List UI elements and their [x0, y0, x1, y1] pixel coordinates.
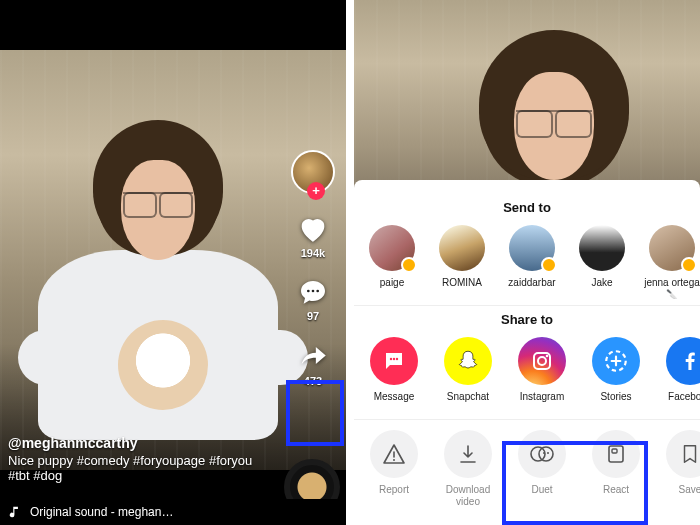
comment-button[interactable]: 97 [297, 277, 329, 322]
action-report[interactable]: Report [364, 430, 424, 506]
action-label: Save [679, 484, 700, 506]
send-to-row[interactable]: paige ROMINA zaiddarbar Jake jenna orteg… [354, 225, 700, 299]
divider [354, 419, 700, 420]
share-to-title: Share to [354, 312, 700, 327]
stories-icon [592, 337, 640, 385]
contact-avatar [509, 225, 555, 271]
like-button[interactable]: 194k [296, 212, 330, 259]
video-subject [28, 120, 268, 460]
report-icon [370, 430, 418, 478]
share-target-snapchat[interactable]: Snapchat [438, 337, 498, 413]
send-contact-4[interactable]: jenna ortega🔪 [644, 225, 700, 299]
contact-name: jenna ortega🔪 [644, 277, 700, 299]
message-icon [370, 337, 418, 385]
tutorial-highlight-duet-react [502, 441, 648, 525]
svg-point-2 [316, 290, 319, 293]
sound-title: Original sound - meghan… [30, 505, 173, 519]
send-contact-3[interactable]: Jake [574, 225, 630, 299]
comment-icon [297, 277, 329, 309]
snapchat-icon [444, 337, 492, 385]
svg-point-4 [393, 358, 395, 360]
contact-name: ROMINA [442, 277, 482, 299]
heart-icon [296, 212, 330, 246]
download-icon [444, 430, 492, 478]
share-target-label: Instagram [520, 391, 564, 413]
send-contact-0[interactable]: paige [364, 225, 420, 299]
author-avatar[interactable]: + [291, 150, 335, 194]
share-arrow-icon [296, 340, 330, 374]
send-contact-2[interactable]: zaiddarbar [504, 225, 560, 299]
svg-point-0 [307, 290, 310, 293]
send-to-title: Send to [354, 200, 700, 215]
phone-right-share-sheet: Send to paige ROMINA zaiddarbar Jake [354, 0, 700, 525]
facebook-icon [666, 337, 700, 385]
svg-point-3 [390, 358, 392, 360]
phone-left-feed: + 194k 97 473 @meghanmccarthy Nice puppy… [0, 0, 346, 525]
like-count: 194k [301, 247, 325, 259]
action-rail: + 194k 97 473 [286, 150, 340, 387]
verified-badge-icon [401, 257, 417, 273]
author-handle[interactable]: @meghanmccarthy [8, 435, 276, 451]
comment-count: 97 [307, 310, 319, 322]
contact-avatar [369, 225, 415, 271]
divider [354, 305, 700, 306]
send-contact-1[interactable]: ROMINA [434, 225, 490, 299]
share-target-label: Snapchat [447, 391, 489, 413]
share-to-row[interactable]: Message Snapchat Instagram [354, 337, 700, 413]
svg-point-10 [393, 459, 395, 461]
share-target-message[interactable]: Message [364, 337, 424, 413]
contact-name: Jake [591, 277, 612, 299]
contact-avatar [579, 225, 625, 271]
follow-plus-icon[interactable]: + [307, 182, 325, 200]
contact-name: zaiddarbar [508, 277, 555, 299]
action-label: Report [379, 484, 409, 506]
action-save[interactable]: Save [660, 430, 700, 506]
share-target-stories[interactable]: Stories [586, 337, 646, 413]
share-sheet: Send to paige ROMINA zaiddarbar Jake [354, 180, 700, 525]
share-target-facebook[interactable]: Facebook [660, 337, 700, 413]
verified-badge-icon [541, 257, 557, 273]
share-target-label: Stories [600, 391, 631, 413]
music-note-icon [8, 505, 22, 519]
contact-name: paige [380, 277, 404, 299]
share-target-instagram[interactable]: Instagram [512, 337, 572, 413]
share-target-label: Facebook [668, 391, 700, 413]
bookmark-icon [666, 430, 700, 478]
contact-avatar [439, 225, 485, 271]
svg-point-8 [546, 355, 549, 358]
caption-text[interactable]: Nice puppy #comedy #foryoupage #foryou #… [8, 453, 252, 483]
share-target-label: Message [374, 391, 415, 413]
svg-point-1 [312, 290, 315, 293]
svg-point-7 [538, 357, 546, 365]
verified-badge-icon [681, 257, 697, 273]
sound-marquee[interactable]: Original sound - meghan… [0, 499, 346, 525]
contact-avatar [649, 225, 695, 271]
tutorial-highlight-share [286, 380, 344, 446]
action-label: Download video [438, 484, 498, 506]
instagram-icon [518, 337, 566, 385]
caption-block: @meghanmccarthy Nice puppy #comedy #fory… [8, 435, 276, 483]
side-by-side: + 194k 97 473 @meghanmccarthy Nice puppy… [0, 0, 700, 525]
action-download-video[interactable]: Download video [438, 430, 498, 506]
svg-point-5 [396, 358, 398, 360]
video-player [354, 0, 700, 210]
